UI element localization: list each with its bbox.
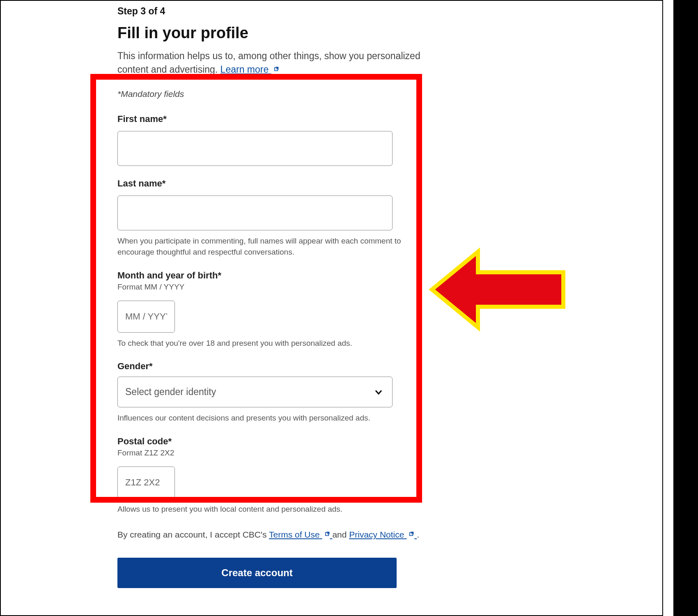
birth-input[interactable]	[117, 301, 175, 333]
profile-form: *Mandatory fields First name* Last name*…	[117, 89, 421, 515]
birth-field: Month and year of birth* Format MM / YYY…	[117, 270, 421, 349]
last-name-input[interactable]	[117, 195, 393, 230]
postal-help: Allows us to present you with local cont…	[117, 503, 421, 515]
terms-prefix: By creating an account, I accept CBC's	[117, 530, 269, 539]
learn-more-link[interactable]: Learn more	[220, 64, 279, 75]
learn-more-label: Learn more	[220, 64, 269, 75]
last-name-help: When you participate in commenting, full…	[117, 235, 421, 258]
first-name-field: First name*	[117, 114, 421, 166]
gender-field: Gender* Select gender identity Influence…	[117, 361, 421, 424]
right-black-strip	[673, 0, 698, 616]
first-name-input[interactable]	[117, 131, 393, 166]
external-link-icon	[273, 66, 279, 72]
terms-of-use-label: Terms of Use	[269, 530, 320, 539]
mandatory-note: *Mandatory fields	[117, 89, 421, 99]
birth-format: Format MM / YYYY	[117, 283, 421, 292]
privacy-notice-label: Privacy Notice	[349, 530, 404, 539]
gender-label: Gender*	[117, 361, 421, 372]
terms-suffix: .	[417, 530, 419, 539]
gender-help: Influences our content decisions and pre…	[117, 412, 421, 424]
gender-select[interactable]: Select gender identity	[117, 377, 393, 407]
step-indicator: Step 3 of 4	[117, 6, 421, 17]
postal-label: Postal code*	[117, 436, 421, 447]
create-account-button[interactable]: Create account	[117, 558, 397, 588]
last-name-field: Last name* When you participate in comme…	[117, 178, 421, 258]
intro-text: This information helps us to, among othe…	[117, 49, 421, 77]
gender-placeholder: Select gender identity	[125, 386, 216, 398]
postal-input[interactable]	[117, 467, 175, 499]
last-name-label: Last name*	[117, 178, 421, 189]
postal-format: Format Z1Z 2X2	[117, 448, 421, 457]
page-title: Fill in your profile	[117, 24, 421, 42]
birth-label: Month and year of birth*	[117, 270, 421, 281]
terms-mid: and	[332, 530, 349, 539]
annotation-arrow	[429, 244, 568, 335]
terms-of-use-link[interactable]: Terms of Use	[269, 530, 332, 539]
external-link-icon	[408, 531, 414, 537]
first-name-label: First name*	[117, 114, 421, 124]
terms-text: By creating an account, I accept CBC's T…	[117, 527, 421, 543]
svg-marker-0	[432, 252, 563, 327]
privacy-notice-link[interactable]: Privacy Notice	[349, 530, 417, 539]
external-link-icon	[324, 531, 330, 537]
postal-field: Postal code* Format Z1Z 2X2 Allows us to…	[117, 436, 421, 515]
birth-help: To check that you're over 18 and present…	[117, 338, 421, 349]
